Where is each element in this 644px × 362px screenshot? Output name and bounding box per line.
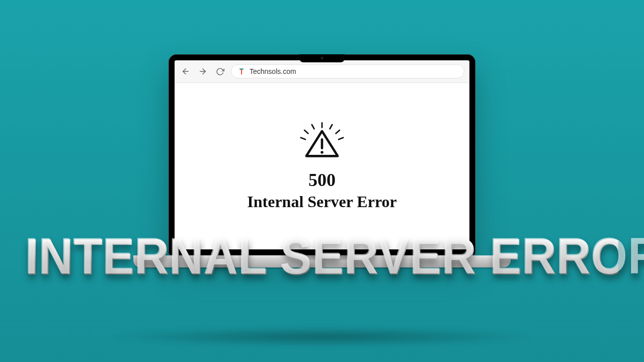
error-code: 500 [308,169,336,191]
back-button[interactable] [180,65,192,77]
arrow-left-icon [181,67,190,76]
laptop-notch [299,54,345,62]
forward-button[interactable] [197,65,209,77]
svg-line-4 [330,125,333,129]
page-viewport: 500 Internal Server Error [175,83,469,249]
svg-line-5 [301,138,305,140]
browser-toolbar: Technsols.com [175,60,469,83]
svg-line-7 [304,130,308,133]
site-favicon-icon [237,67,246,75]
alert-triangle-icon [294,121,350,163]
svg-point-10 [320,151,324,154]
browser-window: Technsols.com [175,60,469,249]
laptop-screen: Technsols.com [169,54,475,255]
reload-icon [216,67,224,76]
arrow-right-icon [198,67,207,76]
address-bar-url: Technsols.com [250,67,296,75]
hero-headline: INTERNAL SERVER ERROR [26,231,618,283]
address-bar[interactable]: Technsols.com [231,64,464,78]
drop-shadow [106,327,538,347]
svg-line-6 [339,138,343,140]
reload-button[interactable] [214,65,226,77]
error-message: Internal Server Error [247,193,396,211]
svg-line-8 [336,130,340,133]
svg-line-3 [312,125,314,129]
